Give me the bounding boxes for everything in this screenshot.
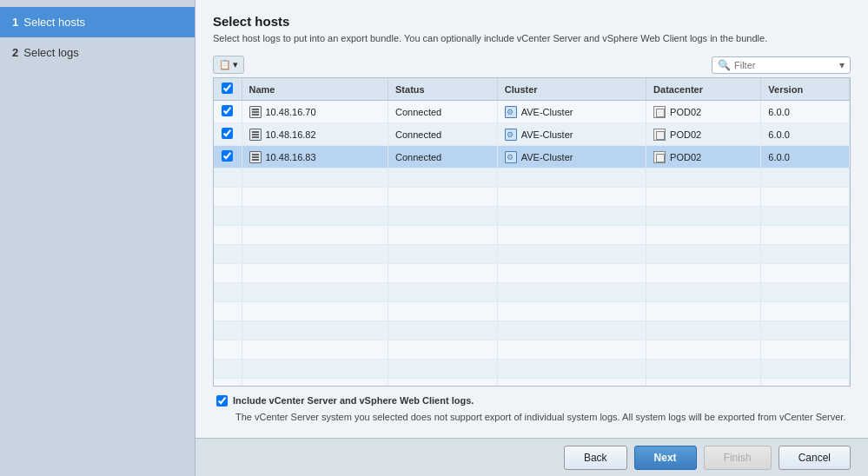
datacenter-name-text: POD02: [670, 107, 701, 117]
sidebar-item-select-hosts[interactable]: 1 Select hosts: [0, 7, 195, 37]
select-all-checkbox[interactable]: [222, 83, 233, 94]
cluster-icon: [505, 129, 517, 141]
datacenter-icon: [653, 106, 666, 118]
empty-row: [214, 321, 850, 340]
filter-box[interactable]: 🔍 ▾: [712, 56, 851, 74]
row-checkbox-cell: [214, 146, 242, 169]
back-button[interactable]: Back: [564, 446, 627, 470]
row-cluster: AVE-Cluster: [497, 123, 646, 146]
empty-row: [214, 169, 850, 188]
include-vcenter-checkbox[interactable]: [216, 395, 228, 407]
host-name-text: 10.48.16.70: [266, 107, 316, 117]
datacenter-icon: [653, 151, 666, 163]
row-version: 6.0.0: [761, 123, 850, 146]
row-name: 10.48.16.83: [242, 146, 388, 169]
hosts-table-wrapper: Name Status Cluster Datacenter Version 1…: [213, 77, 851, 386]
row-version: 6.0.0: [761, 146, 850, 169]
empty-row: [214, 340, 850, 360]
toolbar-row: 📋 ▾ 🔍 ▾: [213, 56, 851, 74]
sidebar-item-select-logs[interactable]: 2 Select logs: [0, 37, 195, 68]
col-name: Name: [242, 78, 388, 101]
page-title: Select hosts: [213, 14, 851, 29]
cluster-name-text: AVE-Cluster: [521, 129, 573, 140]
footer-note: The vCenter Server system you selected d…: [235, 410, 847, 425]
search-icon: 🔍: [718, 59, 731, 71]
page-subtitle: Select host logs to put into an export b…: [213, 32, 851, 45]
toolbar-left: 📋 ▾: [213, 56, 244, 74]
datacenter-name-text: POD02: [670, 152, 701, 162]
table-row[interactable]: 10.48.16.82ConnectedAVE-ClusterPOD026.0.…: [214, 123, 850, 146]
row-datacenter: POD02: [646, 101, 761, 123]
filter-dropdown-icon[interactable]: ▾: [839, 59, 845, 71]
empty-row: [214, 379, 850, 387]
col-status: Status: [388, 78, 498, 101]
host-icon: [249, 129, 262, 141]
col-datacenter: Datacenter: [646, 78, 761, 101]
row-status: Connected: [388, 146, 498, 169]
bundle-icon: 📋: [219, 59, 231, 70]
vcenter-checkbox-row: Include vCenter Server and vSphere Web C…: [216, 395, 847, 407]
row-cluster: AVE-Cluster: [497, 146, 646, 169]
col-checkbox: [214, 78, 242, 101]
row-datacenter: POD02: [646, 123, 761, 146]
main-panel: Select hosts Select host logs to put int…: [195, 0, 868, 476]
cluster-name-text: AVE-Cluster: [521, 152, 573, 162]
row-checkbox-cell: [214, 101, 242, 123]
row-cluster: AVE-Cluster: [497, 101, 646, 123]
next-button[interactable]: Next: [634, 446, 697, 470]
datacenter-name-text: POD02: [670, 129, 701, 140]
row-name: 10.48.16.70: [242, 101, 388, 123]
empty-row: [214, 360, 850, 379]
empty-row: [214, 283, 850, 302]
export-bundle-button[interactable]: 📋 ▾: [213, 56, 244, 74]
sidebar: 1 Select hosts 2 Select logs: [0, 0, 195, 476]
content-area: Select hosts Select host logs to put int…: [195, 0, 868, 438]
step-1-number: 1: [12, 16, 18, 29]
footer-checkbox-area: Include vCenter Server and vSphere Web C…: [213, 387, 851, 430]
row-checkbox-2[interactable]: [222, 150, 233, 162]
table-body: 10.48.16.70ConnectedAVE-ClusterPOD026.0.…: [214, 101, 850, 387]
col-version: Version: [761, 78, 850, 101]
col-cluster: Cluster: [497, 78, 646, 101]
filter-input[interactable]: [734, 60, 836, 70]
table-header-row: Name Status Cluster Datacenter Version: [214, 78, 850, 101]
row-datacenter: POD02: [646, 146, 761, 169]
table-row[interactable]: 10.48.16.70ConnectedAVE-ClusterPOD026.0.…: [214, 101, 850, 123]
include-vcenter-label: Include vCenter Server and vSphere Web C…: [233, 395, 474, 406]
row-name: 10.48.16.82: [242, 123, 388, 146]
cluster-icon: [505, 151, 517, 163]
table-row[interactable]: 10.48.16.83ConnectedAVE-ClusterPOD026.0.…: [214, 146, 850, 169]
dropdown-arrow-icon: ▾: [233, 59, 238, 70]
step-2-number: 2: [12, 46, 18, 59]
empty-row: [214, 188, 850, 207]
cluster-icon: [505, 106, 517, 118]
row-status: Connected: [388, 123, 498, 146]
host-icon: [249, 151, 262, 163]
row-checkbox-cell: [214, 123, 242, 146]
row-version: 6.0.0: [761, 101, 850, 123]
row-checkbox-0[interactable]: [222, 105, 233, 116]
empty-row: [214, 302, 850, 321]
empty-row: [214, 226, 850, 245]
host-name-text: 10.48.16.82: [266, 129, 316, 140]
datacenter-icon: [653, 129, 666, 141]
cluster-name-text: AVE-Cluster: [521, 107, 573, 117]
hosts-table: Name Status Cluster Datacenter Version 1…: [214, 78, 850, 386]
finish-button: Finish: [704, 446, 772, 470]
cancel-button[interactable]: Cancel: [779, 446, 851, 470]
row-status: Connected: [388, 101, 498, 123]
empty-row: [214, 245, 850, 264]
sidebar-item-label-1: Select hosts: [23, 16, 85, 29]
empty-row: [214, 207, 850, 226]
host-name-text: 10.48.16.83: [266, 152, 316, 162]
empty-row: [214, 264, 850, 283]
button-footer: Back Next Finish Cancel: [195, 438, 868, 476]
host-icon: [249, 106, 262, 118]
sidebar-item-label-2: Select logs: [23, 46, 79, 59]
row-checkbox-1[interactable]: [222, 128, 233, 139]
